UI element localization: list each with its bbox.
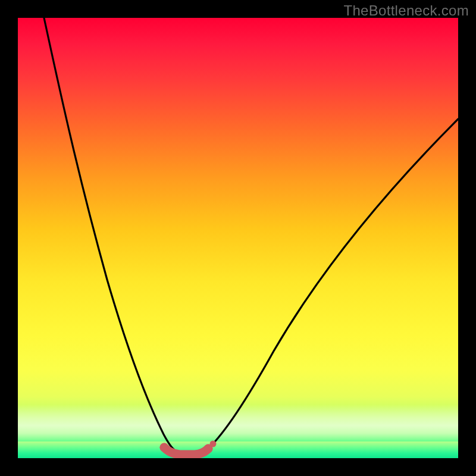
chart-svg — [18, 18, 458, 458]
valley-marker-right-cap — [204, 444, 213, 453]
curve-left-branch — [44, 18, 174, 450]
frame: TheBottleneck.com — [0, 0, 476, 476]
valley-marker-left-cap — [160, 443, 169, 452]
curve-right-branch — [208, 119, 458, 449]
watermark-text: TheBottleneck.com — [343, 2, 469, 19]
valley-floor-markers — [164, 447, 208, 455]
chart-plot-area — [18, 18, 458, 458]
